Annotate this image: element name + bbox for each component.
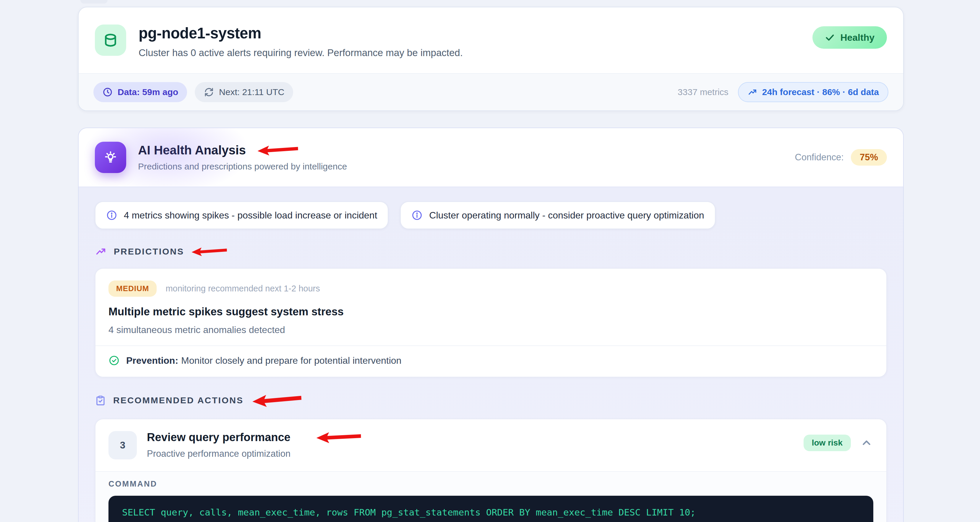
action-card-header[interactable]: 3 Review query performance Proactive per… [95,419,886,471]
annotation-arrow-ai-title [257,144,299,157]
command-label: COMMAND [108,479,873,489]
prevention-row: Prevention:Monitor closely and prepare f… [95,346,886,377]
insight-text: 4 metrics showing spikes - possible load… [124,210,377,221]
annotation-arrow-actions [250,392,304,408]
cluster-card-header: pg-node1-system Cluster has 0 active ale… [79,7,903,73]
status-badge-label: Healthy [840,32,875,43]
annotation-arrow-action-title [301,431,375,444]
page-title: pg-node1-system [138,24,463,42]
ai-card-title: AI Health Analysis [138,143,246,157]
risk-badge: low risk [803,435,851,451]
info-icon [106,209,117,221]
insight-chip: Cluster operating normally - consider pr… [400,202,715,229]
trending-up-icon [748,87,757,97]
action-title: Review query performance [147,431,291,444]
command-section: COMMAND SELECT query, calls, mean_exec_t… [95,471,886,522]
action-card: 3 Review query performance Proactive per… [95,419,887,522]
actions-section-header: RECOMMENDED ACTIONS [95,394,887,407]
data-freshness-pill: Data: 59m ago [93,82,187,102]
predictions-section-header: PREDICTIONS [95,246,887,257]
lightbulb-icon [95,142,126,173]
ai-health-card: AI Health Analysis Predictions and presc… [78,127,904,522]
action-subtitle: Proactive performance optimization [147,449,375,459]
command-code-block: SELECT query, calls, mean_exec_time, row… [108,496,873,522]
prediction-window: monitoring recommended next 1-2 hours [165,284,320,294]
clock-icon [102,87,113,97]
status-badge: Healthy [813,26,887,49]
info-icon [411,209,423,221]
action-number: 3 [108,431,137,459]
forecast-label: 24h forecast · 86% · 6d data [762,87,879,97]
prediction-title: Multiple metric spikes suggest system st… [108,306,873,318]
ai-card-body: 4 metrics showing spikes - possible load… [79,187,903,522]
cluster-card: pg-node1-system Cluster has 0 active ale… [78,7,904,111]
refresh-icon [204,87,214,97]
cluster-card-footer: Data: 59m ago Next: 21:11 UTC 3337 metri… [79,73,903,110]
chevron-up-icon[interactable] [860,436,873,450]
prediction-detail: 4 simultaneous metric anomalies detected [108,324,873,335]
actions-title: RECOMMENDED ACTIONS [113,395,243,405]
dashboard-page: pg-node1-system Cluster has 0 active ale… [0,0,980,522]
metrics-count: 3337 metrics [678,87,729,97]
next-refresh-label: Next: 21:11 UTC [219,87,284,97]
scrolled-card-edge [80,0,108,3]
ai-card-subtitle: Predictions and prescriptions powered by… [138,162,347,171]
insight-text: Cluster operating normally - consider pr… [429,210,704,221]
confidence-label: Confidence: [795,152,844,163]
check-circle-icon [108,355,120,366]
clipboard-check-icon [95,395,106,406]
insight-chip: 4 metrics showing spikes - possible load… [95,202,388,229]
prediction-card: MEDIUM monitoring recommended next 1-2 h… [95,268,887,377]
predictions-title: PREDICTIONS [114,246,184,257]
severity-badge: MEDIUM [108,281,157,297]
prevention-text: Monitor closely and prepare for potentia… [181,355,401,366]
data-freshness-label: Data: 59m ago [118,87,178,97]
sql-command: SELECT query, calls, mean_exec_time, row… [122,507,696,517]
database-icon [95,24,126,56]
cluster-subtitle: Cluster has 0 active alerts requiring re… [138,47,463,59]
annotation-arrow-predictions [191,246,227,257]
trending-up-icon [95,246,107,257]
confidence-badge: 75% [851,149,887,166]
check-icon [825,32,835,43]
ai-card-header: AI Health Analysis Predictions and presc… [79,128,903,187]
next-refresh-pill: Next: 21:11 UTC [195,82,293,102]
forecast-pill: 24h forecast · 86% · 6d data [738,82,888,102]
prevention-label: Prevention: [126,355,178,366]
